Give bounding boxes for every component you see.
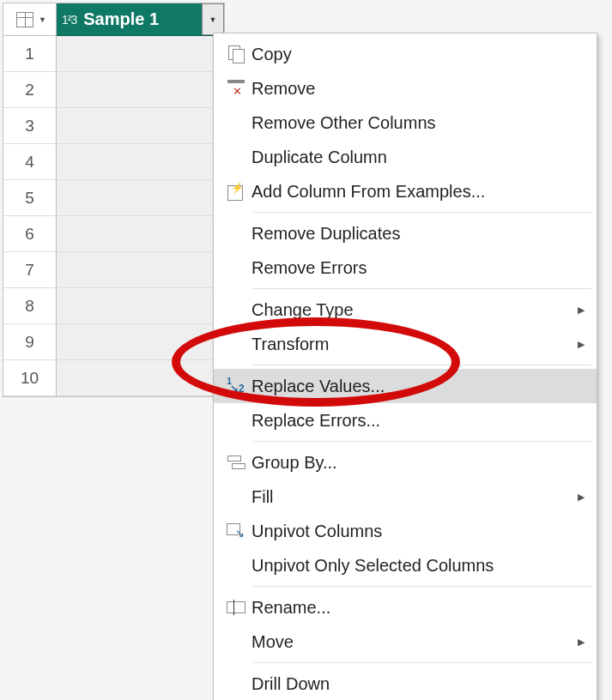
row-header[interactable]: 10 [3,360,57,396]
menu-item-add-col-examples[interactable]: Add Column From Examples... [214,174,597,208]
row-header[interactable]: 8 [3,288,57,324]
menu-item-label: Replace Values... [251,377,585,396]
grid-row: 8 [3,288,224,324]
select-all-corner[interactable]: ▼ [3,3,57,36]
grid-row: 9 [3,324,224,360]
menu-item-label: Unpivot Columns [251,522,585,541]
rename-icon [221,601,251,613]
menu-separator [253,365,591,365]
menu-item-remove[interactable]: Remove [214,71,597,106]
grid-row: 3 [3,108,224,144]
menu-separator [253,288,591,289]
data-grid: ▼ 1²3 Sample 1 ▼ 12345678910 [3,3,225,397]
menu-item-label: Duplicate Column [251,148,585,167]
menu-item-move[interactable]: Move▶ [214,625,597,659]
menu-item-remove-dupes[interactable]: Remove Duplicates [214,216,597,250]
menu-item-unpivot-selected[interactable]: Unpivot Only Selected Columns [214,548,597,582]
menu-item-remove-errors[interactable]: Remove Errors [214,250,597,285]
menu-item-label: Remove Errors [251,258,585,278]
table-icon [13,9,37,30]
grid-row: 4 [3,144,224,180]
menu-separator [253,662,591,663]
cell[interactable] [57,144,224,180]
menu-item-rename[interactable]: Rename... [214,590,597,625]
cell[interactable] [57,360,224,396]
menu-item-label: Group By... [251,453,585,473]
chevron-right-icon: ▶ [578,492,585,503]
column-header-sample1[interactable]: 1²3 Sample 1 ▼ [57,3,224,36]
menu-item-drill-down[interactable]: Drill Down [214,667,597,700]
grid-header-row: ▼ 1²3 Sample 1 ▼ [3,3,224,36]
datatype-icon[interactable]: 1²3 [62,13,76,27]
row-header[interactable]: 5 [3,180,57,216]
row-header[interactable]: 6 [3,216,57,252]
menu-item-label: Drill Down [251,674,585,694]
column-context-menu: CopyRemoveRemove Other ColumnsDuplicate … [213,33,597,700]
row-header[interactable]: 3 [3,108,57,144]
cell[interactable] [57,108,224,144]
replace-icon [221,378,251,394]
cell[interactable] [57,324,224,360]
menu-item-label: Unpivot Only Selected Columns [251,556,585,576]
menu-item-label: Transform [251,335,578,354]
menu-item-label: Fill [251,487,578,507]
menu-item-label: Add Column From Examples... [251,182,585,202]
grid-row: 6 [3,216,224,252]
menu-item-label: Move [251,632,578,652]
row-header[interactable]: 9 [3,324,57,360]
menu-item-change-type[interactable]: Change Type▶ [214,293,597,327]
menu-item-group-by[interactable]: Group By... [214,445,597,480]
grid-row: 2 [3,72,224,108]
menu-item-fill[interactable]: Fill▶ [214,480,597,514]
grid-row: 5 [3,180,224,216]
column-filter-dropdown[interactable]: ▼ [202,3,224,35]
row-header[interactable]: 7 [3,252,57,288]
menu-item-remove-other[interactable]: Remove Other Columns [214,106,597,140]
cell[interactable] [57,216,224,252]
column-name-label: Sample 1 [83,9,159,29]
menu-item-transform[interactable]: Transform▶ [214,327,597,361]
menu-item-replace-errors[interactable]: Replace Errors... [214,403,597,438]
menu-item-unpivot[interactable]: Unpivot Columns [214,514,597,548]
chevron-right-icon: ▶ [578,339,585,350]
caret-down-icon: ▼ [39,15,46,24]
menu-separator [253,441,591,442]
menu-item-label: Remove Duplicates [251,224,585,244]
group-icon [221,456,251,469]
menu-item-label: Rename... [251,598,585,618]
copy-icon [221,45,251,63]
chevron-right-icon: ▶ [578,305,585,316]
grid-row: 1 [3,36,224,72]
menu-item-copy[interactable]: Copy [214,37,597,71]
menu-item-label: Remove [251,79,585,99]
chevron-right-icon: ▶ [578,637,585,648]
cell[interactable] [57,180,224,216]
menu-item-replace-values[interactable]: Replace Values... [214,369,597,403]
row-header[interactable]: 2 [3,72,57,108]
addex-icon [221,183,251,200]
menu-item-duplicate[interactable]: Duplicate Column [214,140,597,174]
menu-item-label: Change Type [251,300,578,320]
menu-item-label: Replace Errors... [251,411,585,431]
menu-separator [253,212,591,213]
grid-row: 7 [3,252,224,288]
remove-icon [221,80,251,97]
menu-item-label: Remove Other Columns [251,113,585,133]
cell[interactable] [57,252,224,288]
cell[interactable] [57,288,224,324]
menu-separator [253,586,591,587]
row-header[interactable]: 1 [3,36,57,72]
grid-row: 10 [3,360,224,396]
cell[interactable] [57,72,224,108]
unpivot-icon [221,523,251,539]
menu-item-label: Copy [251,45,585,64]
cell[interactable] [57,36,224,72]
row-header[interactable]: 4 [3,144,57,180]
